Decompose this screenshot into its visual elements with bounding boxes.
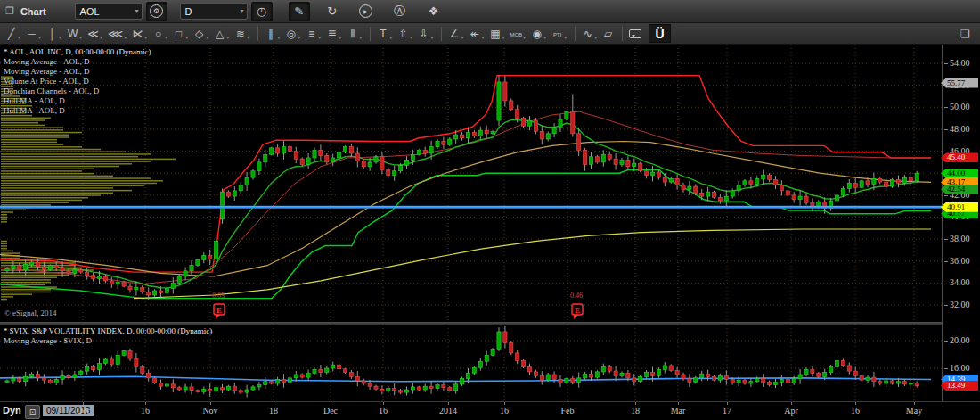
zigzag-tool-button[interactable]: W▾ <box>65 25 84 42</box>
fib-extension-tool-button[interactable]: ≣▾ <box>324 25 343 42</box>
price-tag: 13.49 <box>941 381 978 391</box>
volume-at-price-bar <box>1 125 45 127</box>
pencil-icon: ✎ <box>294 4 304 18</box>
toolbar-separator <box>575 27 576 41</box>
time-template-button[interactable]: ◷ <box>251 2 273 21</box>
volume-at-price-bar <box>1 275 69 276</box>
eye-tool-button[interactable]: ◉▾ <box>529 25 548 42</box>
fib-circles-tool-button[interactable]: ◎▾ <box>283 25 302 42</box>
volume-at-price-bar <box>1 136 69 138</box>
volume-at-price-bar <box>1 163 132 165</box>
time-tick <box>383 402 384 405</box>
regression-tool-button[interactable]: ∠▾ <box>446 25 465 42</box>
legend-line: Moving Average - $VIX, D <box>4 336 212 346</box>
fib-retracement-tool-button[interactable]: ≡▾ <box>304 25 323 42</box>
extend-left-tool-button[interactable]: ↞▾ <box>467 25 486 42</box>
interval-select[interactable]: D ▾ <box>180 3 248 20</box>
earnings-marker[interactable]: 0.03E <box>212 292 225 319</box>
vertical-line-tool-button[interactable]: │▾ <box>45 25 63 42</box>
chevron-down-icon: ▾ <box>185 33 188 42</box>
volume-at-price-bar <box>1 135 69 136</box>
chevron-down-icon: ▾ <box>543 33 546 42</box>
chevron-down-icon: ▾ <box>144 33 147 42</box>
auto-scale-button[interactable]: Ⓐ <box>390 3 410 21</box>
eraser-icon: ▱ <box>602 27 614 42</box>
fib-retracement-icon: ≡ <box>306 27 317 42</box>
legend-line: Hull MA - AOL, D <box>4 96 151 106</box>
chevron-down-icon: ▾ <box>38 33 41 42</box>
axis-lock-button[interactable]: ⊡ <box>25 405 40 419</box>
time-axis-bar[interactable]: Dyn ⊡ 09/11/2013 Oct16Nov18Dec16201416Fe… <box>0 401 980 420</box>
chevron-down-icon: ▾ <box>100 33 102 42</box>
text-tool-icon: T <box>377 27 388 42</box>
horizontal-line-tool-button[interactable]: ─▾ <box>24 25 43 42</box>
channel-tool-button[interactable]: ∥▾ <box>263 25 282 42</box>
parallel-lines-icon: ≋ <box>234 27 246 42</box>
toolbar-separator <box>370 27 371 41</box>
cursor-tools-button[interactable]: ❖ <box>424 3 444 21</box>
polygon-tool-button[interactable]: ◇▾ <box>192 25 210 42</box>
eraser-tool-button[interactable]: ▱ <box>600 25 616 42</box>
pti-tool-button[interactable]: PTI▾ <box>550 25 568 42</box>
triangle-tool-button[interactable]: △▾ <box>212 25 231 42</box>
earnings-marker[interactable]: 0.46E <box>570 292 583 319</box>
trendline-tool-button[interactable]: ╱▾ <box>4 25 22 42</box>
fib-fan-tool-button[interactable]: ⋉▾ <box>130 25 149 42</box>
fan-lines-tool-button[interactable]: ≪▾ <box>86 25 104 42</box>
symbol-input[interactable]: AOL ▾ <box>75 3 143 20</box>
chevron-down-icon: ▾ <box>18 33 20 42</box>
u-tool-tool-button[interactable]: Ü <box>649 24 671 43</box>
draw-mode-button[interactable]: ✎ <box>289 2 310 21</box>
axis-tick-label: 54.00 <box>944 58 970 68</box>
time-axis-label: 16 <box>141 406 150 416</box>
parallel-lines-tool-button[interactable]: ≋▾ <box>233 25 251 42</box>
time-axis-label: Oct <box>77 406 89 416</box>
volume-at-price-bar <box>1 119 45 121</box>
volume-at-price-bar <box>1 204 51 206</box>
rectangle-tool-button[interactable]: □▾ <box>171 25 190 42</box>
time-tick <box>791 402 792 405</box>
chevron-down-icon: ▾ <box>79 33 82 42</box>
link-chart-button[interactable]: ❏ <box>958 25 973 42</box>
wave-tool-button[interactable]: ∿▾ <box>580 25 599 42</box>
ellipse-tool-button[interactable]: ○▾ <box>151 25 169 42</box>
chevron-down-icon: ▾ <box>241 7 244 15</box>
axis-tick-label: 36.00 <box>944 256 970 266</box>
refresh-button[interactable]: ↻ <box>323 3 342 21</box>
arrow-up-marker-tool-button[interactable]: ⇧▾ <box>396 25 414 42</box>
gear-icon: ⚙ <box>150 4 163 18</box>
chevron-down-icon: ▾ <box>124 33 127 42</box>
chat-tool-button[interactable] <box>627 25 643 42</box>
grid-tool-tool-button[interactable]: ▦▾ <box>487 25 506 42</box>
volume-at-price-bar <box>1 132 82 134</box>
time-axis-label: 2014 <box>439 406 457 416</box>
arrow-down-marker-tool-button[interactable]: ⇩▾ <box>416 25 435 42</box>
chevron-down-icon: ▾ <box>359 33 362 42</box>
chevron-down-icon: ▾ <box>226 33 229 42</box>
fib-time-zones-tool-button[interactable]: ⦀▾ <box>345 25 363 42</box>
volume-at-price-bar <box>1 293 32 295</box>
svg-text:0.46: 0.46 <box>570 292 583 300</box>
mob-tool-button[interactable]: MOB▾ <box>508 25 527 42</box>
legend-line: Hull MA - AOL, D <box>4 106 151 116</box>
lock-icon: ⊡ <box>29 408 37 416</box>
replay-button[interactable]: ▶ <box>356 3 376 21</box>
volume-at-price-bar <box>1 289 51 291</box>
pti-icon: PTI <box>551 29 563 42</box>
chevron-down-icon: ▾ <box>389 33 392 42</box>
axis-tick-label: 32.00 <box>944 300 970 309</box>
gann-fan-tool-button[interactable]: ⋘▾ <box>106 25 128 42</box>
symbol-settings-button[interactable]: ⚙ <box>146 2 167 21</box>
compass-icon: ❖ <box>429 4 439 18</box>
volume-at-price-bar <box>1 183 157 185</box>
chevron-down-icon: ▾ <box>277 33 280 42</box>
volume-at-price-bar <box>1 118 51 119</box>
volume-at-price-bar <box>1 200 82 202</box>
chevron-down-icon: ▾ <box>206 33 208 42</box>
text-tool-tool-button[interactable]: T▾ <box>375 25 394 42</box>
volume-at-price-bar <box>1 146 82 148</box>
axis-tick-label: 16.00 <box>944 363 970 373</box>
time-tick <box>855 402 856 405</box>
time-tick <box>914 402 915 405</box>
price-axis[interactable]: 54.0052.0050.0048.0046.0044.0042.0040.00… <box>942 45 980 401</box>
